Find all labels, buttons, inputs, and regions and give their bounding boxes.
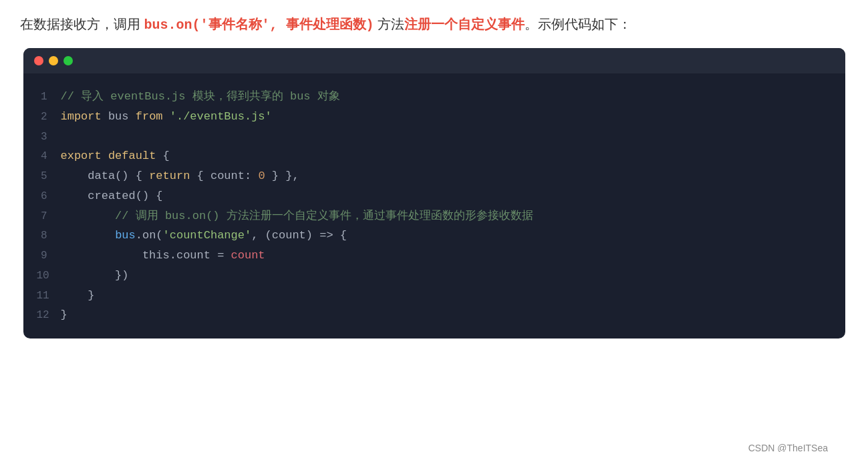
watermark: CSDN @TheITSea <box>748 443 828 452</box>
line-content-8: bus.on('countChange', (count) => { <box>61 226 825 246</box>
code-line-9: 9 this.count = count <box>37 246 825 266</box>
line-num-4: 4 <box>37 147 61 166</box>
window-titlebar <box>23 48 845 73</box>
page-wrapper: 在数据接收方，调用 bus.on('事件名称', 事件处理函数) 方法注册一个自… <box>20 13 848 452</box>
line-num-11: 11 <box>37 286 61 305</box>
line-num-5: 5 <box>37 167 61 186</box>
line-num-8: 8 <box>37 226 61 245</box>
line-content-6: created() { <box>61 186 825 206</box>
intro-paragraph: 在数据接收方，调用 bus.on('事件名称', 事件处理函数) 方法注册一个自… <box>20 13 848 36</box>
line-content-1: // 导入 eventBus.js 模块，得到共享的 bus 对象 <box>61 87 825 107</box>
code-line-12: 12 } <box>37 305 825 325</box>
line-content-9: this.count = count <box>61 246 825 266</box>
code-line-11: 11 } <box>37 286 825 306</box>
intro-part1: 在数据接收方，调用 <box>20 17 144 31</box>
line-num-2: 2 <box>37 107 61 126</box>
code-window: 1 // 导入 eventBus.js 模块，得到共享的 bus 对象 2 im… <box>23 48 845 338</box>
line-content-2: import bus from './eventBus.js' <box>61 107 825 127</box>
intro-part2: 方法 <box>374 17 405 31</box>
line-content-7: // 调用 bus.on() 方法注册一个自定义事件，通过事件处理函数的形参接收… <box>61 206 825 226</box>
line-num-7: 7 <box>37 207 61 226</box>
line-content-12: } <box>61 305 825 325</box>
line-content-3 <box>61 127 825 147</box>
dot-red <box>34 56 43 65</box>
code-line-3: 3 <box>37 127 825 147</box>
line-num-12: 12 <box>37 306 61 324</box>
code-line-7: 7 // 调用 bus.on() 方法注册一个自定义事件，通过事件处理函数的形参… <box>37 206 825 226</box>
line-num-10: 10 <box>37 266 61 285</box>
line-content-10: }) <box>61 266 825 286</box>
line-num-6: 6 <box>37 187 61 206</box>
line-num-9: 9 <box>37 246 61 265</box>
code-line-8: 8 bus.on('countChange', (count) => { <box>37 226 825 246</box>
line-content-4: export default { <box>61 146 825 166</box>
dot-yellow <box>49 56 58 65</box>
code-line-5: 5 data() { return { count: 0 } }, <box>37 166 825 186</box>
intro-highlight: 注册一个自定义事件 <box>404 17 525 31</box>
line-content-11: } <box>61 286 825 306</box>
dot-green <box>63 56 73 65</box>
line-num-3: 3 <box>37 128 61 146</box>
line-content-5: data() { return { count: 0 } }, <box>61 166 825 186</box>
line-num-1: 1 <box>37 87 61 106</box>
intro-code: bus.on('事件名称', 事件处理函数) <box>144 17 374 33</box>
code-line-2: 2 import bus from './eventBus.js' <box>37 107 825 127</box>
code-line-1: 1 // 导入 eventBus.js 模块，得到共享的 bus 对象 <box>37 87 825 107</box>
code-line-4: 4 export default { <box>37 146 825 166</box>
intro-part3: 。示例代码如下： <box>525 17 631 31</box>
code-body: 1 // 导入 eventBus.js 模块，得到共享的 bus 对象 2 im… <box>23 73 845 338</box>
code-line-10: 10 }) <box>37 266 825 286</box>
code-line-6: 6 created() { <box>37 186 825 206</box>
